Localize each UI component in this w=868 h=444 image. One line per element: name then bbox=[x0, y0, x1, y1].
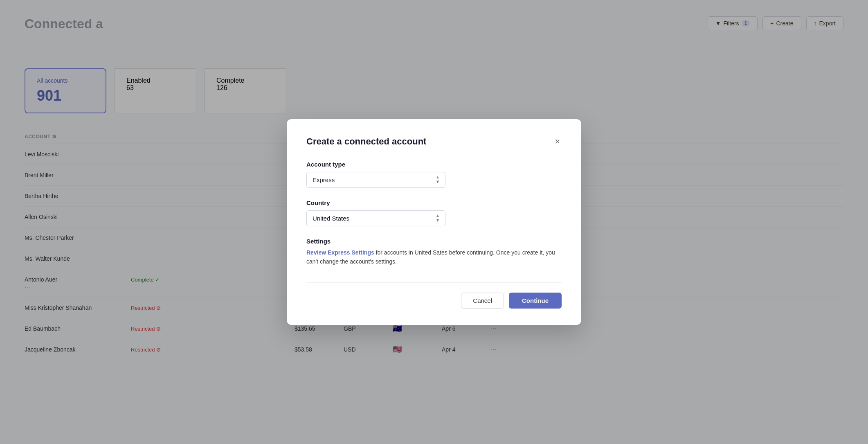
cancel-button[interactable]: Cancel bbox=[461, 293, 504, 309]
account-type-group: Account type Express Standard Custom ▲ ▼ bbox=[306, 161, 562, 188]
create-account-modal: Create a connected account × Account typ… bbox=[287, 119, 581, 325]
country-group: Country United States Canada United King… bbox=[306, 199, 562, 226]
country-wrapper: United States Canada United Kingdom Aust… bbox=[306, 210, 445, 226]
country-label: Country bbox=[306, 199, 562, 206]
settings-section: Settings Review Express Settings for acc… bbox=[306, 238, 562, 266]
country-select[interactable]: United States Canada United Kingdom Aust… bbox=[306, 210, 445, 226]
modal-header: Create a connected account × bbox=[306, 135, 562, 148]
account-type-wrapper: Express Standard Custom ▲ ▼ bbox=[306, 172, 445, 188]
account-type-select[interactable]: Express Standard Custom bbox=[306, 172, 445, 188]
account-type-label: Account type bbox=[306, 161, 562, 168]
modal-title: Create a connected account bbox=[306, 136, 426, 147]
settings-description: Review Express Settings for accounts in … bbox=[306, 248, 562, 266]
modal-footer: Cancel Continue bbox=[306, 282, 562, 309]
continue-button[interactable]: Continue bbox=[509, 293, 562, 309]
close-button[interactable]: × bbox=[553, 135, 562, 148]
settings-label: Settings bbox=[306, 238, 562, 245]
review-settings-link[interactable]: Review Express Settings bbox=[306, 249, 374, 256]
